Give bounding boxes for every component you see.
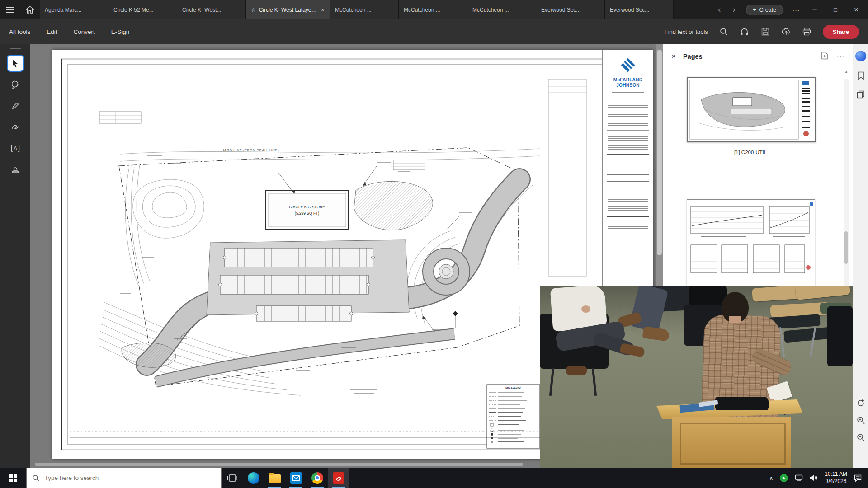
print-icon[interactable] xyxy=(802,27,812,37)
panel-more-options-icon[interactable]: ··· xyxy=(837,53,844,60)
pages-panel-header: × Pages ··· xyxy=(663,44,853,69)
chrome-taskbar-icon[interactable] xyxy=(307,468,328,488)
network-icon[interactable] xyxy=(795,474,803,481)
menu-esign[interactable]: E-Sign xyxy=(111,28,130,35)
draw-pencil-tool[interactable] xyxy=(8,98,23,113)
left-tool-rail: A xyxy=(0,44,30,468)
tab-mccutcheon-1[interactable]: McCutcheon ... xyxy=(330,0,399,19)
tab-circle-k-52[interactable]: Circle K 52 Me... xyxy=(108,0,177,19)
find-text-label[interactable]: Find text or tools xyxy=(665,28,708,35)
close-button[interactable]: × xyxy=(846,0,866,19)
clock-time: 10:11 AM xyxy=(825,471,847,478)
tab-mccutcheon-3[interactable]: McCutcheon ... xyxy=(467,0,536,19)
ai-assistant-icon[interactable] xyxy=(855,51,866,61)
seal-label-text xyxy=(608,221,648,231)
building-label: CIRCLE K C-STORE xyxy=(289,205,325,209)
tab-mccutcheon-2[interactable]: McCutcheon ... xyxy=(399,0,467,19)
document-tabs: Agenda Marc... Circle K 52 Me... Circle … xyxy=(40,0,674,19)
window-tab-bar: Agenda Marc... Circle K 52 Me... Circle … xyxy=(0,0,868,19)
meeting-video-overlay xyxy=(540,286,853,468)
edge-taskbar-icon[interactable] xyxy=(243,468,264,488)
podium xyxy=(672,417,791,468)
insert-page-icon[interactable] xyxy=(821,52,829,61)
tab-scroll-back-icon[interactable]: ‹ xyxy=(712,3,726,17)
read-aloud-headphones-icon[interactable] xyxy=(740,27,750,37)
taskbar-clock[interactable]: 10:11 AM 3/4/2026 xyxy=(825,471,847,485)
taskbar-search[interactable] xyxy=(26,468,222,488)
upload-cloud-icon[interactable] xyxy=(781,27,791,37)
chair xyxy=(827,306,853,366)
page-1-preview[interactable] xyxy=(687,77,816,142)
panel-scroll-up-icon[interactable]: ▲ xyxy=(844,70,848,74)
page-thumbnails-icon[interactable] xyxy=(856,89,866,99)
drawing-info-text xyxy=(608,199,648,212)
menu-all-tools[interactable]: All tools xyxy=(9,28,30,35)
close-panel-icon[interactable]: × xyxy=(671,52,676,61)
chair-leg xyxy=(592,368,597,396)
document-scrollbar-thumb[interactable] xyxy=(657,50,662,255)
document-hscrollbar-thumb[interactable] xyxy=(35,463,523,466)
project-notes-text xyxy=(608,135,648,150)
start-button[interactable] xyxy=(0,468,26,488)
zoom-out-icon[interactable] xyxy=(856,432,866,442)
select-tool[interactable] xyxy=(8,56,23,71)
hamburger-menu-icon[interactable] xyxy=(0,0,20,19)
home-icon[interactable] xyxy=(20,0,40,19)
acrobat-window: Agenda Marc... Circle K 52 Me... Circle … xyxy=(0,0,868,488)
add-text-tool[interactable]: A xyxy=(8,141,23,156)
menu-edit[interactable]: Edit xyxy=(47,28,57,35)
create-button[interactable]: + Create xyxy=(746,5,783,15)
action-center-icon[interactable] xyxy=(854,474,862,482)
svg-text:A: A xyxy=(13,145,17,152)
tab-circle-k-west-lafayette-active[interactable]: ☆ Circle K- West Lafayette ... × xyxy=(246,0,330,19)
mail-taskbar-icon[interactable] xyxy=(285,468,307,488)
bookmarks-icon[interactable] xyxy=(856,70,866,80)
tab-circle-k-west[interactable]: Circle K- West... xyxy=(177,0,246,19)
seated-person-hand xyxy=(581,305,590,313)
equipment-case xyxy=(715,397,769,410)
tab-everwood-1[interactable]: Everwood Sec... xyxy=(536,0,605,19)
building-area-label: (5,299 SQ FT) xyxy=(295,211,319,216)
tab-everwood-2[interactable]: Everwood Sec... xyxy=(605,0,674,19)
tab-close-icon[interactable]: × xyxy=(320,6,325,14)
revision-table xyxy=(607,154,649,195)
bookmark-star-icon[interactable]: ☆ xyxy=(251,6,256,13)
window-controls: ‹ › + Create ··· ─ □ × xyxy=(712,0,868,19)
tab-agenda[interactable]: Agenda Marc... xyxy=(40,0,108,19)
minimize-button[interactable]: ─ xyxy=(805,0,825,19)
file-explorer-taskbar-icon[interactable] xyxy=(264,468,285,488)
pages-panel-scrollbar-thumb[interactable] xyxy=(844,231,848,264)
tray-green-status-icon[interactable]: ▶ xyxy=(780,474,788,482)
menu-convert[interactable]: Convert xyxy=(74,28,95,35)
mcfarland-johnson-logo-icon xyxy=(620,57,636,73)
page-thumbnail-1[interactable]: [1] C200-UTIL xyxy=(687,77,814,155)
pages-panel-title: Pages xyxy=(683,53,703,60)
stamp-tool[interactable] xyxy=(8,162,23,177)
tray-chevron-up-icon[interactable]: ∧ xyxy=(769,475,773,481)
more-options-icon[interactable]: ··· xyxy=(788,6,804,14)
standing-presenter-neck xyxy=(729,316,741,323)
task-view-button[interactable] xyxy=(222,468,243,488)
rail-grip xyxy=(10,48,21,49)
sign-pen-tool[interactable] xyxy=(8,119,23,135)
seated-person-shoe xyxy=(619,343,645,358)
rotate-page-icon[interactable] xyxy=(856,398,866,408)
zoom-in-icon[interactable] xyxy=(856,415,866,425)
share-button[interactable]: Share xyxy=(823,25,859,39)
clock-date: 3/4/2026 xyxy=(825,478,847,485)
maximize-button[interactable]: □ xyxy=(826,0,845,19)
page-1-caption: [1] C200-UTIL xyxy=(687,150,814,155)
volume-icon[interactable] xyxy=(810,474,818,481)
comment-tool[interactable] xyxy=(8,77,23,92)
acrobat-taskbar-icon[interactable] xyxy=(328,468,349,488)
page-thumbnail-2[interactable] xyxy=(687,199,814,288)
search-icon[interactable] xyxy=(719,27,729,37)
search-input[interactable] xyxy=(44,474,215,482)
tab-scroll-forward-icon[interactable]: › xyxy=(727,3,741,17)
svg-text:SITE LEGEND: SITE LEGEND xyxy=(505,386,521,389)
save-icon[interactable] xyxy=(760,27,770,37)
firm-name-line1: McFARLAND xyxy=(613,77,642,83)
site-plan-drawing: CIRCLE K C-STORE (5,299 SQ FT) HARD LINE… xyxy=(61,58,609,450)
page-2-preview[interactable] xyxy=(687,199,815,286)
firm-tagline-text xyxy=(612,92,644,97)
